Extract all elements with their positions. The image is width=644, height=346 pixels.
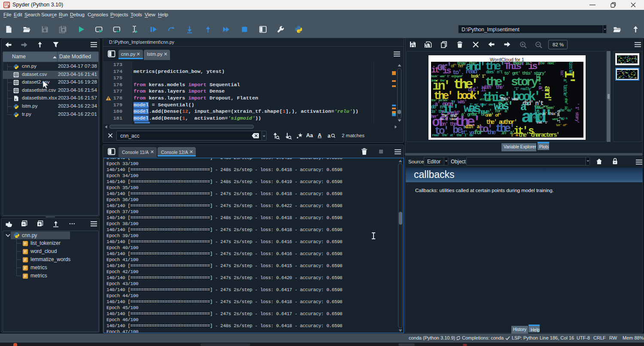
svg-text:a: a [328,133,331,139]
svg-text:s: s [7,4,9,8]
